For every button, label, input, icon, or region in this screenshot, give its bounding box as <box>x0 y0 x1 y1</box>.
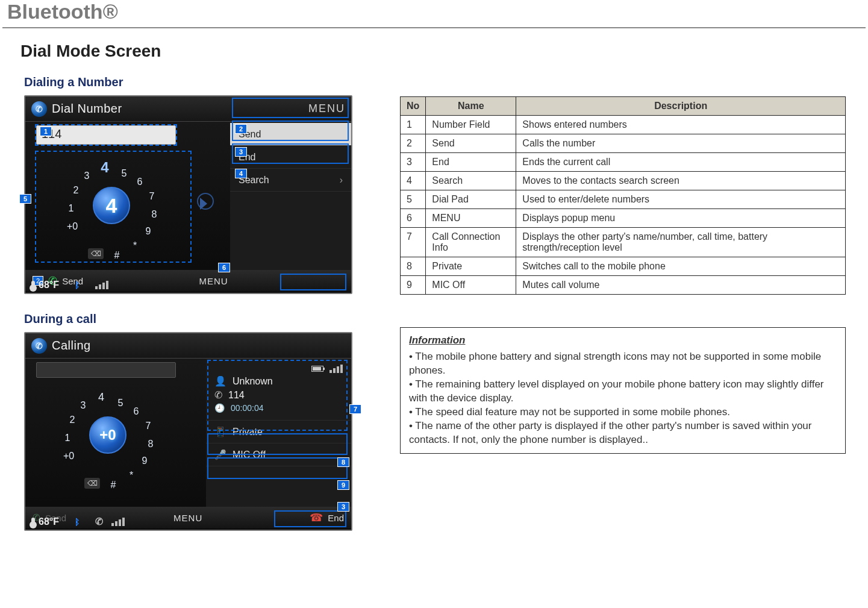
cell-desc: Moves to the contacts search screen <box>516 172 846 190</box>
digit-2[interactable]: 2 <box>67 182 84 199</box>
table-row: 2SendCalls the number <box>401 134 846 153</box>
cell-name: Search <box>426 172 516 190</box>
dial-pad[interactable]: 3 4 5 6 7 8 9 * # 2 1 +0 ⌫ <box>42 153 175 259</box>
cell-no: 8 <box>401 257 426 276</box>
callout-3b-box <box>274 510 346 527</box>
badge-4: 4 <box>235 169 247 178</box>
cell-no: 7 <box>401 228 426 257</box>
digit-3[interactable]: 3 <box>78 168 95 184</box>
digit-5[interactable]: 5 <box>116 165 133 182</box>
c-dial-center[interactable]: +0 <box>89 416 126 454</box>
chevron-right-icon: › <box>340 175 343 186</box>
badge-8: 8 <box>337 457 349 467</box>
call-header: Calling <box>52 339 345 353</box>
bottom-menu[interactable]: MENU <box>199 276 228 286</box>
c-digit-6[interactable]: 6 <box>128 403 145 420</box>
badge-2: 2 <box>235 124 247 134</box>
cell-no: 4 <box>401 172 426 190</box>
info-heading: Information <box>409 334 837 348</box>
cell-desc: Ends the current call <box>516 153 846 172</box>
badge-1: 1 <box>40 127 52 136</box>
cell-no: 1 <box>401 116 426 134</box>
table-row: 6MENUDisplays popup menu <box>401 209 846 228</box>
c-digit-plus0[interactable]: +0 <box>60 448 77 465</box>
info-box: Information • The mobile phone battery a… <box>400 327 846 454</box>
cell-no: 5 <box>401 190 426 209</box>
phone-app-icon-2: ✆ <box>31 338 47 354</box>
backspace-icon[interactable]: ⌫ <box>88 248 104 259</box>
th-desc: Description <box>516 97 846 116</box>
cell-name: Private <box>426 257 516 276</box>
menu-search[interactable]: Search › <box>230 169 351 192</box>
c-digit-1[interactable]: 1 <box>59 430 76 447</box>
call-screenshot: ✆ Calling 3 4 5 6 7 8 9 <box>24 332 352 531</box>
cell-desc: Calls the number <box>516 134 846 153</box>
callout-6-box <box>280 274 346 290</box>
badge-7: 7 <box>349 404 361 414</box>
cell-desc: Displays the other party's name/number, … <box>516 228 846 257</box>
temp-value-2: 68°F <box>39 516 59 527</box>
dial-center[interactable]: 4 <box>93 187 130 224</box>
digit-hash[interactable]: # <box>108 247 125 264</box>
callout-4-box <box>232 143 349 164</box>
digit-8[interactable]: 8 <box>146 206 163 223</box>
digit-star[interactable]: * <box>126 237 143 254</box>
table-row: 3EndEnds the current call <box>401 153 846 172</box>
digit-9[interactable]: 9 <box>140 223 157 240</box>
badge-9: 9 <box>337 480 349 490</box>
badge-6: 6 <box>218 263 230 272</box>
blank-field <box>36 362 176 378</box>
cell-no: 6 <box>401 209 426 228</box>
dial-screenshot-wrap: ✆ Dial Number MENU 114 3 4 5 6 <box>20 95 358 294</box>
sub-during-call: During a call <box>24 312 358 326</box>
table-row: 5Dial PadUsed to enter/delete numbers <box>401 190 846 209</box>
cell-name: End <box>426 153 516 172</box>
call-screenshot-wrap: ✆ Calling 3 4 5 6 7 8 9 <box>20 332 358 531</box>
badge-3-call: 3 <box>337 502 349 512</box>
c-digit-7[interactable]: 7 <box>140 418 157 434</box>
page-title: Bluetooth® <box>2 0 866 28</box>
c-digit-hash[interactable]: # <box>105 477 122 494</box>
callout-3-box <box>232 121 349 141</box>
c-digit-star[interactable]: * <box>123 467 140 484</box>
cell-desc: Switches call to the mobile phone <box>516 257 846 276</box>
c-digit-4[interactable]: 4 <box>93 389 110 406</box>
dial-screenshot: ✆ Dial Number MENU 114 3 4 5 6 <box>24 95 352 294</box>
c-backspace-icon[interactable]: ⌫ <box>84 478 100 489</box>
th-no: No <box>401 97 426 116</box>
info-line: • The remaining battery level displayed … <box>409 378 837 406</box>
table-row: 7Call Connection InfoDisplays the other … <box>401 228 846 257</box>
info-line: • The speed dial feature may not be supp… <box>409 406 837 419</box>
dial-arrow-icon <box>200 198 207 210</box>
digit-6[interactable]: 6 <box>131 174 148 190</box>
info-line: • The mobile phone battery and signal st… <box>409 350 837 378</box>
dial-pad-call[interactable]: 3 4 5 6 7 8 9 * # 2 1 +0 ⌫ <box>39 383 171 489</box>
temp-value: 68°F <box>39 280 59 290</box>
callout-2-box <box>232 98 349 118</box>
digit-4-highlight[interactable]: 4 <box>96 159 113 176</box>
c-digit-9[interactable]: 9 <box>136 453 153 469</box>
cell-desc: Displays popup menu <box>516 209 846 228</box>
cell-no: 9 <box>401 276 426 295</box>
signal-icon-3 <box>111 518 125 526</box>
table-row: 1Number FieldShows entered numbers <box>401 116 846 134</box>
bottom-menu-2[interactable]: MENU <box>173 513 202 523</box>
c-digit-8[interactable]: 8 <box>142 436 159 453</box>
digit-plus0[interactable]: +0 <box>64 218 81 235</box>
phone-status-icon: ✆ <box>95 516 103 527</box>
bluetooth-icon-2: ᛒ <box>75 517 80 527</box>
c-digit-2[interactable]: 2 <box>64 412 81 428</box>
thermometer-icon-2 <box>31 518 35 526</box>
cell-desc: Shows entered numbers <box>516 116 846 134</box>
phone-app-icon: ✆ <box>31 101 47 117</box>
cell-name: Number Field <box>426 116 516 134</box>
section-title: Dial Mode Screen <box>20 42 868 61</box>
cell-name: Send <box>426 134 516 153</box>
badge-5: 5 <box>19 194 31 204</box>
table-row: 8PrivateSwitches call to the mobile phon… <box>401 257 846 276</box>
c-digit-3[interactable]: 3 <box>75 397 92 414</box>
c-digit-5[interactable]: 5 <box>112 395 129 412</box>
digit-1[interactable]: 1 <box>63 200 80 217</box>
digit-7[interactable]: 7 <box>143 188 160 205</box>
info-line: • The name of the other party is display… <box>409 419 837 447</box>
